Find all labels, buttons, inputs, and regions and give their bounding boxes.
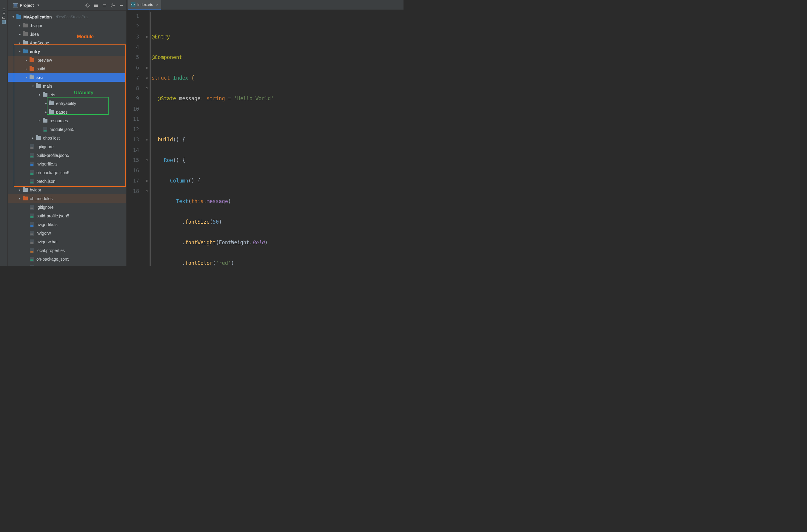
chevron-right-icon[interactable] <box>18 188 21 191</box>
tree-node[interactable]: local.properties <box>8 246 126 255</box>
app-root: Project Project ▼ <box>0 0 403 266</box>
folder-icon <box>23 196 28 201</box>
tree-node-entryability[interactable]: entryability <box>8 99 126 108</box>
tree-node-root[interactable]: MyApplication ~/DevEcoStudioProj <box>8 13 126 21</box>
fold-end-icon[interactable]: ⊟ <box>144 176 149 186</box>
chevron-down-icon[interactable]: ▼ <box>37 4 40 7</box>
fold-end-icon[interactable]: ⊟ <box>144 155 149 166</box>
json-file-icon <box>30 170 34 175</box>
svg-rect-9 <box>103 6 106 6</box>
tree-node[interactable]: build <box>8 64 126 73</box>
tree-node[interactable]: hvigor <box>8 186 126 194</box>
folder-icon <box>30 67 34 71</box>
chevron-right-icon[interactable] <box>18 197 21 200</box>
fold-icon[interactable]: ⊟ <box>144 73 149 83</box>
chevron-down-icon[interactable] <box>38 93 41 96</box>
json-file-icon <box>43 127 47 132</box>
gear-icon <box>110 3 115 8</box>
folder-icon <box>36 84 41 88</box>
chevron-right-icon[interactable] <box>44 110 48 114</box>
tree-node[interactable]: build-profile.json5 <box>8 211 126 220</box>
fold-icon[interactable]: ⊟ <box>144 63 149 73</box>
tree-node[interactable]: .hvigor <box>8 21 126 30</box>
project-icon <box>2 20 6 23</box>
tree-node[interactable]: main <box>8 82 126 90</box>
close-icon[interactable]: × <box>156 2 159 7</box>
chevron-right-icon[interactable] <box>18 24 21 27</box>
code-editor[interactable]: 1 2 3 4 5 6 7 8 9 10 11 12 13 14 15 16 1… <box>127 10 403 266</box>
fold-icon[interactable]: ⊟ <box>144 32 149 42</box>
tree-node[interactable]: hvigorfile.ts <box>8 220 126 229</box>
tree-node[interactable]: resources <box>8 116 126 125</box>
fold-icon[interactable]: ⊟ <box>144 83 149 94</box>
tree-node[interactable]: .gitignore <box>8 142 126 151</box>
tab-index-ets[interactable]: ETS Index.ets × <box>128 0 161 10</box>
tree-node[interactable]: hvigorw.bat <box>8 238 126 246</box>
collapse-all-button[interactable] <box>101 2 108 8</box>
folder-icon <box>23 188 28 192</box>
project-tool-tab[interactable]: Project <box>1 6 6 25</box>
chevron-right-icon[interactable] <box>31 136 35 139</box>
tree-node[interactable]: build-profile.json5 <box>8 151 126 159</box>
editor-pane: ETS Index.ets × 1 2 3 4 5 6 7 8 9 10 11 … <box>127 0 403 266</box>
tree-node[interactable]: hvigorfile.ts <box>8 159 126 168</box>
ts-file-icon <box>30 222 34 227</box>
tree-node[interactable]: .idea <box>8 30 126 38</box>
expand-all-button[interactable] <box>93 2 99 8</box>
chevron-right-icon[interactable] <box>18 41 21 44</box>
json-file-icon <box>30 265 34 266</box>
code-content[interactable]: @Entry @Component struct Index { @State … <box>150 10 403 266</box>
locate-button[interactable] <box>85 2 91 8</box>
project-view-icon <box>13 3 18 7</box>
folder-icon <box>43 119 48 122</box>
chevron-right-icon[interactable] <box>44 102 48 105</box>
settings-button[interactable] <box>110 2 116 8</box>
json-file-icon <box>30 179 34 184</box>
chevron-down-icon[interactable] <box>24 76 28 79</box>
tree-node[interactable]: .gitignore <box>8 203 126 211</box>
tree-node[interactable]: hvigorw <box>8 229 126 238</box>
chevron-right-icon[interactable] <box>18 33 21 36</box>
tree-node[interactable]: ohosTest <box>8 134 126 142</box>
project-panel-header: Project ▼ <box>8 0 126 11</box>
chevron-right-icon[interactable] <box>24 67 28 70</box>
tree-node[interactable]: oh-package-lock.json5 <box>8 263 126 266</box>
tree-node[interactable]: oh_modules <box>8 194 126 203</box>
folder-icon <box>23 41 28 45</box>
chevron-down-icon[interactable] <box>31 84 35 88</box>
tree-node[interactable]: .preview <box>8 56 126 64</box>
tree-node-pages[interactable]: pages <box>8 108 126 116</box>
tree-node[interactable]: ets <box>8 90 126 99</box>
project-folder-icon <box>16 15 21 19</box>
collapse-icon <box>103 3 107 7</box>
chevron-right-icon[interactable] <box>38 119 41 122</box>
tool-window-bar: Project <box>0 0 8 266</box>
json-file-icon <box>30 213 34 218</box>
tree-node[interactable]: AppScope <box>8 38 126 47</box>
tree-node[interactable]: oh-package.json5 <box>8 255 126 263</box>
file-icon <box>30 231 34 235</box>
chevron-down-icon[interactable] <box>18 50 21 53</box>
tree-node[interactable]: oh-package.json5 <box>8 168 126 177</box>
tree-node[interactable]: module.json5 <box>8 125 126 134</box>
project-view-title[interactable]: Project <box>20 3 34 8</box>
svg-rect-11 <box>120 5 123 6</box>
ts-file-icon <box>30 162 34 166</box>
fold-end-icon[interactable]: ⊟ <box>144 134 149 145</box>
project-tool-tab-label: Project <box>2 8 6 19</box>
tree-node-src[interactable]: src <box>8 73 126 82</box>
tree-node[interactable]: patch.json <box>8 177 126 186</box>
chevron-right-icon[interactable] <box>24 58 28 62</box>
crosshair-icon <box>85 3 90 8</box>
file-icon <box>30 205 34 210</box>
tree-node-entry[interactable]: entry <box>8 47 126 56</box>
svg-rect-5 <box>94 5 98 6</box>
folder-icon <box>49 110 54 114</box>
file-icon <box>30 144 34 149</box>
chevron-down-icon[interactable] <box>11 15 15 18</box>
editor-tabs: ETS Index.ets × <box>127 0 403 10</box>
fold-end-icon[interactable]: ⊟ <box>144 186 149 196</box>
folder-icon <box>30 58 34 62</box>
project-tree[interactable]: MyApplication ~/DevEcoStudioProj .hvigor… <box>8 11 126 266</box>
hide-button[interactable] <box>118 2 125 8</box>
